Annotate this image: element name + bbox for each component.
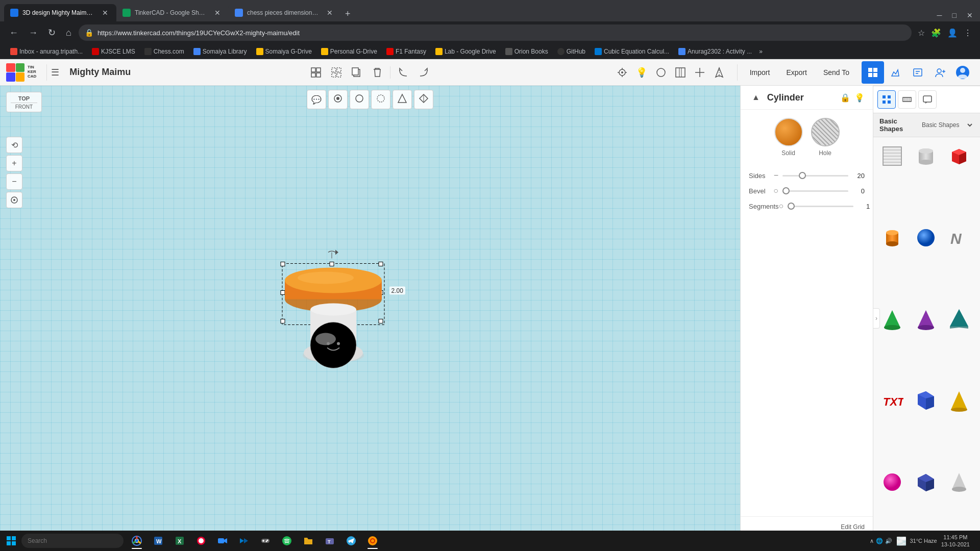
bookmark-chess[interactable]: Chess.com	[140, 47, 188, 56]
visibility-toggle-button[interactable]: 💡	[854, 93, 865, 103]
shape-item-cone-gray[interactable]	[944, 467, 974, 497]
bookmark-f1[interactable]: F1 Fantasy	[382, 47, 430, 56]
menu-button[interactable]: ⋮	[962, 26, 974, 40]
shapes-tool-button[interactable]	[651, 64, 671, 81]
bookmark-github[interactable]: GitHub	[553, 47, 590, 56]
canvas-area[interactable]: TOP FRONT 💬	[0, 86, 740, 551]
address-bar[interactable]: 🔒 https://www.tinkercad.com/things/19UCY…	[79, 24, 912, 41]
taskbar-chevron-up[interactable]: ∧	[870, 538, 874, 544]
bookmark-cubic[interactable]: Cubic Equation Calcul...	[591, 47, 673, 56]
ungroup-button[interactable]	[327, 64, 346, 81]
extensions-button[interactable]: 🧩	[929, 26, 943, 40]
edit-grid-link[interactable]: Edit Grid	[841, 523, 865, 531]
bookmarks-more[interactable]: »	[759, 48, 763, 55]
grid-view-button[interactable]	[862, 61, 884, 84]
hole-option[interactable]: Hole	[811, 118, 840, 157]
taskbar-paint[interactable]	[191, 532, 211, 550]
ruler-view-button[interactable]	[898, 90, 916, 109]
bookmark-gmail[interactable]: Inbox - anurag.tripath...	[6, 47, 87, 56]
shape-item-cylinder-orange[interactable]	[877, 223, 907, 253]
bookmark-anurag[interactable]: Anurag2302 : Activity ...	[674, 47, 756, 56]
delete-button[interactable]	[368, 64, 387, 81]
taskbar-clock[interactable]: 11:45 PM 13-10-2021	[941, 534, 970, 548]
shape-item-prism-teal[interactable]	[944, 305, 974, 334]
shape-item-text-red[interactable]: TXT	[877, 386, 907, 415]
taskbar-teams[interactable]: T	[320, 532, 340, 550]
light-tool-button[interactable]: 💡	[632, 64, 651, 81]
solid-tool-button[interactable]	[350, 90, 369, 109]
wireframe-tool-button[interactable]	[371, 90, 390, 109]
bookmark-lab-gdrive[interactable]: Lab - Google Drive	[431, 47, 500, 56]
taskbar-telegram[interactable]	[341, 532, 361, 550]
bookmark-somaiya-lib[interactable]: Somaiya Library	[189, 47, 251, 56]
sides-slider[interactable]	[782, 175, 848, 177]
collapse-properties-button[interactable]: ▲	[749, 92, 763, 103]
taskbar-vscode[interactable]	[234, 532, 254, 550]
segments-slider[interactable]	[788, 206, 853, 207]
minimize-button[interactable]: ─	[934, 9, 945, 21]
tab-2[interactable]: TinkerCAD - Google Sheets ✕	[116, 4, 229, 21]
shapes-category-dropdown[interactable]: Basic Shapes Featured Text & Numbers	[920, 121, 974, 129]
taskbar-zoom[interactable]	[212, 532, 233, 550]
grid-view-shapes-button[interactable]	[877, 90, 896, 109]
bookmark-somaiya-gdrive[interactable]: Somaiya G-Drive	[252, 47, 316, 56]
bookmark-lms[interactable]: KJSCE LMS	[88, 47, 139, 56]
shape-item-cylinder-gray[interactable]	[911, 141, 941, 171]
shape-item-box-striped[interactable]	[877, 141, 907, 171]
comment-tool-button[interactable]: 💬	[307, 90, 326, 109]
new-tab-button[interactable]: +	[341, 7, 355, 21]
bookmark-personal-gdrive[interactable]: Personal G-Drive	[317, 47, 381, 56]
view-cube[interactable]: TOP FRONT	[6, 92, 42, 112]
tab-close-1[interactable]: ✕	[100, 8, 110, 18]
maximize-button[interactable]: □	[949, 9, 960, 21]
mirror-tool-button[interactable]	[709, 64, 729, 81]
duplicate-button[interactable]	[347, 64, 366, 81]
taskbar-word[interactable]: W	[148, 532, 168, 550]
start-button[interactable]	[2, 532, 20, 550]
send-to-button[interactable]: Send To	[815, 64, 857, 81]
canvas-3d-object[interactable]: 2.00	[231, 197, 435, 393]
group-button[interactable]	[306, 64, 326, 81]
build-button[interactable]	[884, 61, 906, 84]
lessons-button[interactable]	[906, 61, 929, 84]
camera-tool-button[interactable]	[612, 64, 632, 81]
zoom-out-button[interactable]: −	[6, 173, 22, 190]
bevel-slider[interactable]	[782, 190, 848, 192]
reset-view-button[interactable]: ⟲	[6, 137, 22, 153]
profile-button[interactable]: 👤	[945, 26, 960, 40]
panel-right-collapse[interactable]: ›	[873, 308, 880, 329]
refresh-button[interactable]: ↻	[45, 25, 59, 40]
visibility-tool-button[interactable]	[328, 90, 348, 109]
forward-button[interactable]: →	[26, 26, 41, 40]
redo-button[interactable]	[414, 64, 433, 81]
tab-close-2[interactable]: ✕	[212, 8, 223, 18]
lock-button[interactable]: 🔒	[840, 93, 850, 103]
shape-item-cone-green[interactable]	[877, 305, 907, 334]
export-button[interactable]: Export	[778, 64, 815, 81]
view-mode-button[interactable]	[414, 90, 433, 109]
profile-avatar-button[interactable]	[951, 61, 974, 84]
zoom-in-button[interactable]: +	[6, 155, 22, 171]
shape-item-box-blue-tilted[interactable]	[911, 386, 941, 415]
shape-item-sphere-magenta[interactable]	[877, 467, 907, 497]
perspective-tool-button[interactable]	[393, 90, 412, 109]
taskbar-excel[interactable]: X	[169, 532, 190, 550]
undo-button[interactable]	[394, 64, 413, 81]
align-tool-button[interactable]	[690, 64, 709, 81]
shape-item-cone-yellow[interactable]	[944, 386, 974, 415]
solid-option[interactable]: Solid	[774, 118, 803, 157]
taskbar-firefox[interactable]	[362, 532, 383, 550]
close-window-button[interactable]: ✕	[964, 9, 976, 21]
shape-item-n-shape[interactable]: N	[944, 223, 974, 253]
grid-tool-button[interactable]	[671, 64, 690, 81]
taskbar-chrome[interactable]	[127, 532, 147, 550]
back-button[interactable]: ←	[6, 26, 21, 40]
tab-3[interactable]: chess pieces dimensions - Goo... ✕	[229, 4, 341, 21]
bookmark-orion[interactable]: Orion Books	[501, 47, 552, 56]
shape-item-cone-purple[interactable]	[911, 305, 941, 334]
shape-item-box-dark-blue[interactable]	[911, 467, 941, 497]
home-button[interactable]: ⌂	[63, 26, 75, 40]
add-collaborator-button[interactable]	[929, 61, 951, 84]
fit-to-view-button[interactable]	[6, 192, 22, 208]
taskbar-search-input[interactable]	[21, 534, 124, 548]
